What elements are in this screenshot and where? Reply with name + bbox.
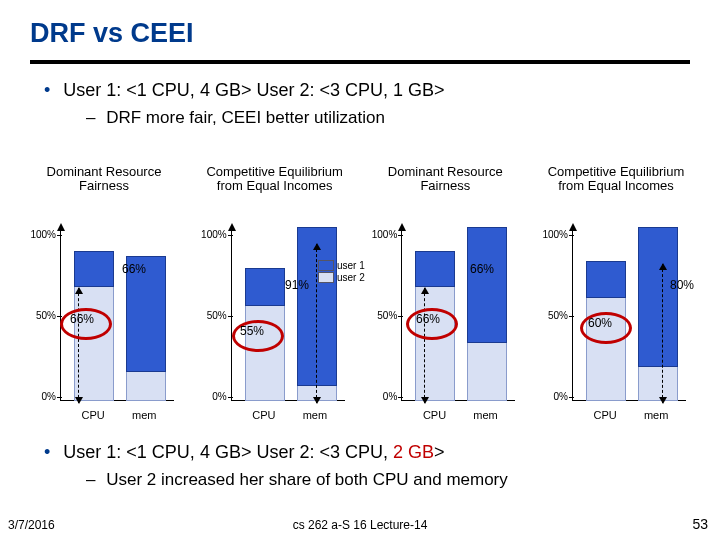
chart-panel: Competitive Equilibrium from Equal Incom… <box>536 165 696 425</box>
panel-title: Dominant Resource Fairness <box>24 165 184 194</box>
seg-user2 <box>245 304 285 401</box>
bullet-bottom-sub: – User 2 increased her share of both CPU… <box>86 470 508 490</box>
dim-arrow <box>78 288 79 403</box>
y-axis <box>401 229 402 401</box>
y-tick: 0% <box>199 391 227 402</box>
bullet-top: • User 1: <1 CPU, 4 GB> User 2: <3 CPU, … <box>44 80 444 101</box>
x-label-cpu: CPU <box>82 409 105 421</box>
bullet-dot-icon: • <box>44 80 50 100</box>
slide: DRF vs CEEI • User 1: <1 CPU, 4 GB> User… <box>0 0 720 540</box>
annot-p1-b: 55% <box>240 324 264 338</box>
y-tick: 50% <box>369 310 397 321</box>
bullet-top-sub-text: DRF more fair, CEEI better utilization <box>106 108 385 127</box>
x-label-cpu: CPU <box>423 409 446 421</box>
bullet-dot-icon: • <box>44 442 50 462</box>
seg-user1 <box>586 261 626 297</box>
x-label-mem: mem <box>303 409 327 421</box>
x-label-mem: mem <box>644 409 668 421</box>
bullet-bottom: • User 1: <1 CPU, 4 GB> User 2: <3 CPU, … <box>44 442 445 463</box>
y-tick: 100% <box>540 229 568 240</box>
bullet-bottom-pre: User 1: <1 CPU, 4 GB> User 2: <3 CPU, <box>63 442 393 462</box>
y-axis <box>231 229 232 401</box>
annot-p1-a: 91% <box>285 278 309 292</box>
annot-p2-b: 66% <box>416 312 440 326</box>
y-tick: 50% <box>540 310 568 321</box>
y-axis <box>60 229 61 401</box>
arrow-up-icon <box>398 223 406 231</box>
bullet-bottom-post: > <box>434 442 445 462</box>
chart-area: 100%50%0% <box>195 229 355 401</box>
dash-icon: – <box>86 470 95 489</box>
chart-panel: Dominant Resource Fairness100%50%0%CPUme… <box>24 165 184 425</box>
y-axis <box>572 229 573 401</box>
bullet-top-sub: – DRF more fair, CEEI better utilization <box>86 108 385 128</box>
slide-title: DRF vs CEEI <box>30 18 194 49</box>
x-labels: CPUmem <box>195 409 355 421</box>
legend-swatch-user2 <box>318 272 334 283</box>
seg-user1 <box>74 251 114 287</box>
seg-user2 <box>126 370 166 401</box>
panel-title: Dominant Resource Fairness <box>365 165 525 194</box>
legend-user2: user 2 <box>318 272 365 283</box>
x-labels: CPUmem <box>365 409 525 421</box>
y-tick: 100% <box>369 229 397 240</box>
y-tick: 100% <box>28 229 56 240</box>
y-tick: 50% <box>28 310 56 321</box>
annot-p3-b: 60% <box>588 316 612 330</box>
legend-label-user1: user 1 <box>337 260 365 271</box>
seg-user1 <box>245 268 285 306</box>
chart-panel: Dominant Resource Fairness100%50%0%CPUme… <box>365 165 525 425</box>
y-tick: 50% <box>199 310 227 321</box>
x-labels: CPUmem <box>24 409 184 421</box>
dash-icon: – <box>86 108 95 127</box>
x-label-mem: mem <box>473 409 497 421</box>
seg-user1 <box>415 251 455 287</box>
x-label-cpu: CPU <box>252 409 275 421</box>
arrow-up-icon <box>569 223 577 231</box>
seg-user1 <box>467 227 507 343</box>
panel-title: Competitive Equilibrium from Equal Incom… <box>536 165 696 194</box>
legend-user1: user 1 <box>318 260 365 271</box>
x-labels: CPUmem <box>536 409 696 421</box>
arrow-up-icon <box>57 223 65 231</box>
x-label-cpu: CPU <box>594 409 617 421</box>
x-label-mem: mem <box>132 409 156 421</box>
panel-title: Competitive Equilibrium from Equal Incom… <box>195 165 355 194</box>
annot-p0-b: 66% <box>70 312 94 326</box>
legend-label-user2: user 2 <box>337 272 365 283</box>
seg-user2 <box>415 285 455 401</box>
y-tick: 100% <box>199 229 227 240</box>
legend: user 1 user 2 <box>318 260 365 284</box>
chart-panel: Competitive Equilibrium from Equal Incom… <box>195 165 355 425</box>
legend-swatch-user1 <box>318 260 334 271</box>
y-tick: 0% <box>540 391 568 402</box>
seg-user1 <box>638 227 678 367</box>
dim-arrow <box>424 288 425 403</box>
seg-user2 <box>467 341 507 401</box>
chart-panels: Dominant Resource Fairness100%50%0%CPUme… <box>24 165 696 425</box>
y-tick: 0% <box>28 391 56 402</box>
annot-p3-a: 80% <box>670 278 694 292</box>
footer-center: cs 262 a-S 16 Lecture-14 <box>0 518 720 532</box>
dim-arrow <box>316 244 317 403</box>
title-rule <box>30 60 690 64</box>
dim-arrow <box>662 264 663 403</box>
arrow-up-icon <box>228 223 236 231</box>
annot-p2-a: 66% <box>470 262 494 276</box>
seg-user2 <box>74 285 114 401</box>
footer-page: 53 <box>692 516 708 532</box>
bullet-bottom-sub-text: User 2 increased her share of both CPU a… <box>106 470 508 489</box>
annot-p0-a: 66% <box>122 262 146 276</box>
bullet-bottom-red: 2 GB <box>393 442 434 462</box>
bullet-top-text: User 1: <1 CPU, 4 GB> User 2: <3 CPU, 1 … <box>63 80 444 100</box>
bars <box>237 229 341 401</box>
y-tick: 0% <box>369 391 397 402</box>
seg-user2 <box>638 365 678 401</box>
